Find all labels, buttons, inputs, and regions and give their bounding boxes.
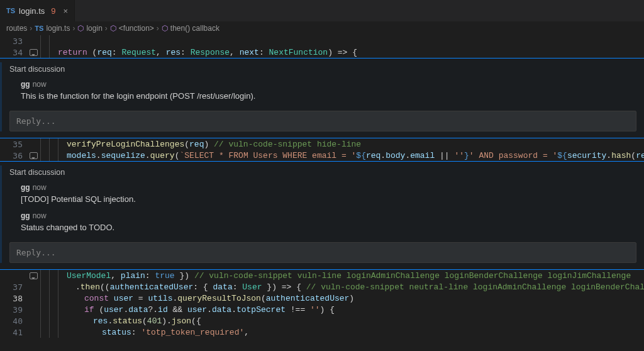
add-comment-icon[interactable] <box>26 49 40 56</box>
discussion-entry[interactable]: ggnow [TODO] Potential SQL injection. <box>2 182 644 210</box>
line-number: 40 <box>0 316 26 326</box>
line-number: 36 <box>0 151 26 160</box>
discussion-heading: Start discussion <box>2 165 644 182</box>
add-comment-icon[interactable] <box>26 272 40 279</box>
line-number: 34 <box>0 48 26 57</box>
code-line[interactable]: 37 .then((authenticatedUser: { data: Use… <box>0 281 644 292</box>
reply-input[interactable]: Reply... <box>9 111 636 131</box>
entry-body: Status changed to TODO. <box>21 223 636 232</box>
line-number: 41 <box>0 328 26 337</box>
code-content: models.sequelize.query(`SELECT * FROM Us… <box>67 151 644 160</box>
entry-body: This is the function for the login endpo… <box>21 91 636 101</box>
discussion-entry[interactable]: ggnow Status changed to TODO. <box>2 210 644 238</box>
discussion-entry[interactable]: ggnow This is the function for the login… <box>2 79 644 107</box>
line-number: 38 <box>0 294 26 303</box>
tab-bar: TS login.ts 9 × <box>0 0 644 21</box>
code-line[interactable]: 41 status: 'totp_token_required', <box>0 326 644 338</box>
chevron-icon: › <box>72 24 75 33</box>
typescript-icon: TS <box>6 7 15 14</box>
breadcrumb[interactable]: routes › TS login.ts › ⬡ login › ⬡ <func… <box>0 21 644 35</box>
code-content: res.status(401).json({ <box>93 316 201 326</box>
code-content: return (req: Request, res: Response, nex… <box>58 48 357 57</box>
editor-body[interactable]: 33 34 return (req: Request, res: Respons… <box>0 35 644 338</box>
code-line[interactable]: 36 models.sequelize.query(`SELECT * FROM… <box>0 150 644 161</box>
typescript-icon: TS <box>35 25 43 32</box>
breadcrumb-item[interactable]: <function> <box>119 24 154 33</box>
breadcrumb-item[interactable]: login <box>86 24 102 33</box>
code-line[interactable]: UserModel, plain: true }) // vuln-code-s… <box>0 270 644 281</box>
line-number: 33 <box>0 36 26 46</box>
breadcrumb-item[interactable]: then() callback <box>170 24 219 33</box>
entry-meta: ggnow <box>21 80 636 89</box>
discussion-heading: Start discussion <box>2 62 644 79</box>
code-line[interactable]: 33 <box>0 35 644 47</box>
symbol-icon: ⬡ <box>110 24 116 33</box>
discussion-thread: Start discussion ggnow [TODO] Potential … <box>0 161 644 270</box>
symbol-icon: ⬡ <box>77 24 84 33</box>
reply-input[interactable]: Reply... <box>9 242 636 263</box>
code-content: UserModel, plain: true }) // vuln-code-s… <box>67 271 631 281</box>
breadcrumb-item[interactable]: login.ts <box>46 24 70 33</box>
chevron-icon: › <box>105 24 108 33</box>
entry-meta: ggnow <box>21 211 636 220</box>
breadcrumb-item[interactable]: routes <box>6 24 27 33</box>
code-content: .then((authenticatedUser: { data: User }… <box>75 282 644 292</box>
entry-body: [TODO] Potential SQL injection. <box>21 194 636 204</box>
line-number: 37 <box>0 282 26 292</box>
code-content: status: 'totp_token_required', <box>102 328 249 337</box>
discussion-thread: Start discussion ggnow This is the funct… <box>0 58 644 138</box>
line-number: 35 <box>0 140 26 149</box>
line-number: 39 <box>0 305 26 315</box>
code-content: const user = utils.queryResultToJson(aut… <box>84 294 354 303</box>
chevron-icon: › <box>30 24 32 33</box>
tab-problem-count: 9 <box>51 6 55 16</box>
symbol-icon: ⬡ <box>162 24 168 33</box>
code-content: if (user.data?.id && user.data.totpSecre… <box>84 305 335 315</box>
code-content: verifyPreLoginChallenges(req) // vuln-co… <box>67 140 361 149</box>
code-line[interactable]: 38 const user = utils.queryResultToJson(… <box>0 292 644 304</box>
code-line[interactable]: 35 verifyPreLoginChallenges(req) // vuln… <box>0 138 644 150</box>
add-comment-icon[interactable] <box>26 152 40 159</box>
code-line[interactable]: 40 res.status(401).json({ <box>0 315 644 326</box>
code-line[interactable]: 34 return (req: Request, res: Response, … <box>0 47 644 58</box>
editor-tab-login[interactable]: TS login.ts 9 × <box>0 0 75 21</box>
tab-filename: login.ts <box>19 6 45 16</box>
code-line[interactable]: 39 if (user.data?.id && user.data.totpSe… <box>0 304 644 315</box>
close-icon[interactable]: × <box>64 6 69 16</box>
chevron-icon: › <box>157 24 159 33</box>
entry-meta: ggnow <box>21 183 636 192</box>
